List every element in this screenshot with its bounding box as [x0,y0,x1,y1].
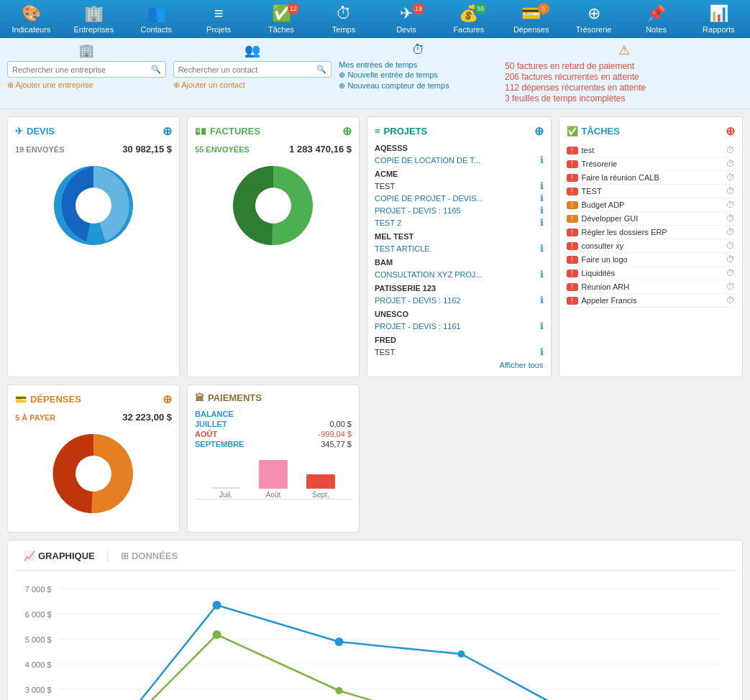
project-nav-icon[interactable]: ℹ [540,321,544,331]
show-all-link[interactable]: Afficher tous [375,361,544,369]
nav-item-factures[interactable]: 55💰Factures [444,4,494,34]
badge: 5 [538,3,549,14]
mes-entrees-link[interactable]: Mes entrées de temps [339,60,498,69]
devis-title: ✈ DEVIS [15,126,55,137]
tab-divider: | [106,550,109,563]
nav-icon: ✈ [400,4,413,23]
task-name: Régler les dossiers ERP [582,228,727,236]
project-link[interactable]: TEST ARTICLE [375,244,504,253]
task-clock-icon[interactable]: ⏱ [726,172,735,183]
contact-search-wrap[interactable]: 🔍 [173,61,332,78]
devis-add-btn[interactable]: ⊕ [163,124,172,138]
bar-label: Sept. [312,491,329,499]
taches-add-btn[interactable]: ⊕ [726,124,735,138]
devis-sent-label: 19 ENVOYÉS [15,145,64,154]
enterprise-search-wrap[interactable]: 🔍 [7,61,166,78]
dashboard: ✈ DEVIS ⊕ 19 ENVOYÉS 30 982,15 $ [0,109,750,700]
tab-graphique[interactable]: 📈 GRAPHIQUE [15,548,104,564]
project-nav-icon[interactable]: ℹ [540,217,544,228]
add-contact-link[interactable]: Ajouter un contact [173,80,332,90]
task-clock-icon[interactable]: ⏱ [726,282,735,292]
devis-pie-container [15,159,172,252]
project-nav-icon[interactable]: ℹ [540,295,544,305]
project-nav-icon[interactable]: ℹ [540,205,544,216]
project-link[interactable]: PROJET - DEVIS : 1165 [375,206,504,215]
svg-point-29 [213,601,221,609]
project-link[interactable]: PROJET - DEVIS : 1162 [375,296,504,305]
depenses-amount: 32 223,00 $ [122,412,172,423]
badge: 12 [288,3,299,14]
nav-item-dépenses[interactable]: 5💳Dépenses [506,4,557,34]
contact-search-input[interactable] [178,65,317,74]
project-nav-icon[interactable]: ℹ [540,180,544,191]
nouveau-compteur-link[interactable]: ⊕ Nouveau compteur de temps [339,81,498,91]
nav-item-indicateurs[interactable]: 🎨Indicateurs [6,4,56,34]
nav-item-contacts[interactable]: 👥Contacts [131,4,181,34]
nav-item-notes[interactable]: 📌Notes [631,4,682,34]
nav-icon: ≡ [214,4,224,23]
nav-item-temps[interactable]: ⏱Temps [319,4,369,34]
nav-item-trésorerie[interactable]: ⊕Trésorerie [569,4,619,34]
graph-section: 📈 GRAPHIQUE | ⊞ DONNÉES 7 000 $ 6 000 $ … [7,540,743,700]
project-item: TEST 2ℹ [375,216,544,229]
add-enterprise-link[interactable]: Ajouter une entreprise [7,80,166,90]
task-priority-badge: ! [567,188,578,195]
alerts-col: ⚠ 50 factures en retard de paiement206 f… [505,42,743,104]
nav-label: Notes [646,25,667,34]
nav-item-entreprises[interactable]: 🏢Entreprises [68,4,119,34]
svg-point-5 [76,456,111,492]
alert-item[interactable]: 50 factures en retard de paiement [505,61,743,71]
depenses-add-btn[interactable]: ⊕ [163,392,172,406]
project-item: PROJET - DEVIS : 1161ℹ [375,320,544,332]
tab-donnees[interactable]: ⊞ DONNÉES [112,548,186,564]
task-clock-icon[interactable]: ⏱ [726,200,735,210]
project-item: TESTℹ [375,180,544,192]
nav-item-rapports[interactable]: 📊Rapports [693,4,744,34]
task-clock-icon[interactable]: ⏱ [726,241,735,251]
devis-sent-amount: 30 982,15 $ [122,144,172,155]
nav-label: Contacts [141,25,172,34]
task-priority-badge: ! [567,201,578,209]
project-item: COPIE DE LOCATION DE T...ℹ [375,154,544,166]
project-nav-icon[interactable]: ℹ [540,269,544,280]
alert-item[interactable]: 112 dépenses récurrentes en attente [505,83,743,93]
nav-item-projets[interactable]: ≡Projets [193,4,244,34]
payment-month-label: SEPTEMBRE [195,440,244,448]
alert-item[interactable]: 3 feuilles de temps incomplètes [505,93,743,103]
svg-point-35 [213,630,221,639]
project-link[interactable]: PROJET - DEVIS : 1161 [375,322,504,331]
projets-add-btn[interactable]: ⊕ [534,124,544,138]
task-clock-icon[interactable]: ⏱ [726,186,735,196]
project-company-name: AQESSS [375,144,544,152]
project-link[interactable]: TEST 2 [375,218,504,227]
project-nav-icon[interactable]: ℹ [540,346,544,357]
task-clock-icon[interactable]: ⏱ [726,295,735,305]
task-item: !Budget ADP⏱ [567,198,736,212]
project-company-name: FRED [375,336,544,344]
project-link[interactable]: COPIE DE LOCATION DE T... [375,156,504,165]
projets-icon: ≡ [375,126,380,137]
project-nav-icon[interactable]: ℹ [540,243,544,254]
depenses-icon: 💳 [15,394,27,405]
project-nav-icon[interactable]: ℹ [540,193,544,203]
nav-item-devis[interactable]: 19✈Devis [381,4,431,34]
badge: 55 [475,3,487,14]
alert-item[interactable]: 206 factures récurrentes en attente [505,72,743,82]
nouvelle-entree-link[interactable]: ⊕ Nouvelle entrée de temps [339,70,498,80]
task-clock-icon[interactable]: ⏱ [726,159,735,169]
task-clock-icon[interactable]: ⏱ [726,227,735,237]
svg-point-3 [255,188,291,224]
factures-title: 💵 FACTURES [195,126,260,137]
enterprise-search-input[interactable] [12,65,151,74]
task-clock-icon[interactable]: ⏱ [726,268,735,278]
project-nav-icon[interactable]: ℹ [540,155,544,165]
task-clock-icon[interactable]: ⏱ [726,254,735,264]
nav-item-tâches[interactable]: 12✅Tâches [256,4,306,34]
depenses-title: 💳 DÉPENSES [15,394,81,405]
svg-point-30 [335,637,344,646]
project-link[interactable]: CONSULTATION XYZ PROJ... [375,270,504,279]
project-link[interactable]: COPIE DE PROJET - DEVIS... [375,194,504,203]
task-clock-icon[interactable]: ⏱ [726,213,735,224]
factures-add-btn[interactable]: ⊕ [342,124,352,138]
task-clock-icon[interactable]: ⏱ [726,145,735,155]
